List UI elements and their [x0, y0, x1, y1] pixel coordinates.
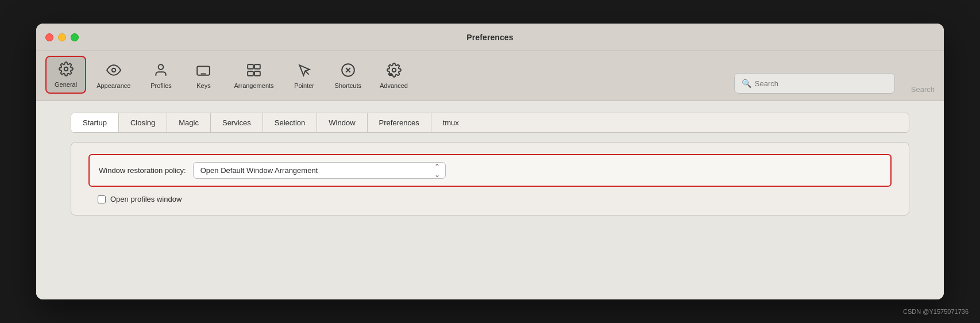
- svg-rect-7: [248, 71, 253, 76]
- profiles-icon: [153, 63, 168, 80]
- search-container: 🔍: [734, 73, 895, 94]
- watermark: CSDN @Y1575071736: [903, 308, 969, 315]
- preferences-window: Preferences General Appearance: [36, 24, 944, 299]
- window-restoration-policy-row: Window restoration policy: Open Default …: [88, 154, 892, 187]
- toolbar-label-appearance: Appearance: [97, 82, 130, 89]
- tab-closing[interactable]: Closing: [119, 113, 167, 132]
- tab-startup[interactable]: Startup: [71, 113, 119, 132]
- toolbar-label-profiles: Profiles: [151, 82, 172, 89]
- policy-label: Window restoration policy:: [99, 166, 186, 175]
- toolbar-item-profiles[interactable]: Profiles: [141, 58, 181, 94]
- svg-rect-5: [248, 64, 253, 69]
- toolbar-item-appearance[interactable]: Appearance: [88, 58, 138, 94]
- toolbar-item-advanced[interactable]: Advanced: [372, 58, 416, 94]
- tab-magic[interactable]: Magic: [167, 113, 211, 132]
- open-profiles-label: Open profiles window: [110, 195, 182, 203]
- settings-panel: Window restoration policy: Open Default …: [71, 142, 909, 216]
- pointer-icon: [297, 63, 312, 80]
- gear-icon: [59, 61, 74, 79]
- toolbar-item-keys[interactable]: Keys: [183, 58, 223, 94]
- svg-rect-6: [254, 64, 260, 69]
- shortcuts-icon: [341, 63, 356, 80]
- policy-select-wrapper: Open Default Window Arrangement Use Syst…: [193, 162, 446, 179]
- svg-point-0: [64, 67, 68, 71]
- svg-line-9: [305, 71, 309, 74]
- svg-rect-8: [254, 71, 260, 76]
- close-button[interactable]: [45, 33, 53, 41]
- toolbar-item-pointer[interactable]: Pointer: [284, 58, 325, 94]
- svg-point-1: [112, 68, 116, 72]
- content-area: Startup Closing Magic Services Selection…: [36, 101, 944, 299]
- toolbar-label-pointer: Pointer: [294, 82, 314, 89]
- window-title: Preferences: [466, 33, 513, 42]
- title-bar: Preferences: [36, 24, 944, 51]
- search-input[interactable]: [755, 79, 888, 88]
- open-profiles-checkbox[interactable]: [98, 195, 106, 203]
- tab-preferences[interactable]: Preferences: [368, 113, 431, 132]
- tab-bar: Startup Closing Magic Services Selection…: [71, 113, 909, 133]
- minimize-button[interactable]: [58, 33, 66, 41]
- open-profiles-row: Open profiles window: [88, 195, 892, 203]
- toolbar-item-arrangements[interactable]: Arrangements: [226, 58, 281, 94]
- toolbar-label-arrangements: Arrangements: [234, 82, 273, 89]
- toolbar-label-shortcuts: Shortcuts: [335, 82, 361, 89]
- toolbar: General Appearance Profiles: [36, 51, 944, 101]
- svg-point-2: [159, 64, 164, 70]
- maximize-button[interactable]: [71, 33, 79, 41]
- traffic-lights: [45, 33, 79, 41]
- toolbar-item-shortcuts[interactable]: Shortcuts: [327, 58, 369, 94]
- tab-services[interactable]: Services: [211, 113, 263, 132]
- toolbar-label-keys: Keys: [196, 82, 210, 89]
- tab-window[interactable]: Window: [317, 113, 367, 132]
- tab-selection[interactable]: Selection: [263, 113, 317, 132]
- svg-point-11: [392, 68, 396, 72]
- policy-select[interactable]: Open Default Window Arrangement Use Syst…: [193, 162, 446, 179]
- advanced-icon: [387, 63, 402, 80]
- arrangements-icon: [246, 63, 261, 80]
- toolbar-item-general[interactable]: General: [45, 56, 86, 94]
- keyboard-icon: [196, 63, 211, 80]
- search-icon: 🔍: [742, 79, 751, 88]
- eye-icon: [106, 63, 121, 80]
- search-label: Search: [911, 85, 935, 94]
- tab-tmux[interactable]: tmux: [431, 113, 470, 132]
- toolbar-label-general: General: [55, 81, 77, 88]
- toolbar-label-advanced: Advanced: [380, 82, 408, 89]
